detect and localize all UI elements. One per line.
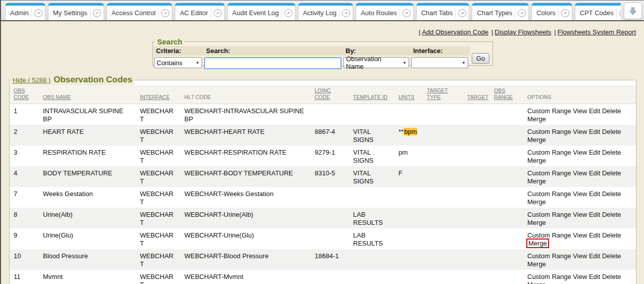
column-header-target-type[interactable]: TARGET TYPE bbox=[423, 85, 463, 104]
option-link-merge[interactable]: Merge bbox=[527, 260, 546, 268]
option-link-delete[interactable]: Delete bbox=[602, 190, 621, 198]
link-add-observation-code[interactable]: Add Observation Code bbox=[422, 28, 488, 36]
link-display-flowsheets[interactable]: Display Flowsheets bbox=[494, 28, 551, 36]
tab-access-control[interactable]: Access Control↗ bbox=[107, 3, 172, 20]
option-link-view[interactable]: View bbox=[573, 107, 587, 115]
option-link-merge[interactable]: Merge bbox=[528, 240, 547, 247]
tab-audit-event-log[interactable]: Audit Event Log↗ bbox=[227, 3, 295, 20]
tab-admin[interactable]: Admin↗ bbox=[5, 3, 45, 20]
tab-my-settings[interactable]: My Settings↗ bbox=[48, 3, 104, 20]
target-cell bbox=[463, 228, 490, 249]
open-in-new-window-icon[interactable]: ↗ bbox=[403, 9, 411, 17]
tab-cpt-codes[interactable]: CPT Codes↗ bbox=[575, 3, 621, 20]
option-link-view[interactable]: View bbox=[573, 211, 587, 218]
criteria-select[interactable]: Contains ▼ bbox=[154, 57, 202, 68]
option-link-custom-range[interactable]: Custom Range bbox=[527, 252, 571, 260]
units-cell: F bbox=[394, 166, 423, 187]
open-in-new-window-icon[interactable]: ↗ bbox=[34, 9, 42, 17]
column-header-target[interactable]: TARGET bbox=[463, 85, 490, 104]
option-link-view[interactable]: View bbox=[573, 190, 587, 198]
option-link-edit[interactable]: Edit bbox=[589, 273, 600, 280]
open-in-new-window-icon[interactable]: ↗ bbox=[214, 9, 222, 17]
option-link-delete[interactable]: Delete bbox=[602, 149, 621, 156]
link-flowsheets-system-report[interactable]: Flowsheets System Report bbox=[558, 28, 636, 36]
option-link-delete[interactable]: Delete bbox=[602, 231, 621, 239]
tab-ac-editor[interactable]: AC Editor↗ bbox=[175, 3, 225, 20]
option-link-merge[interactable]: Merge bbox=[527, 157, 546, 164]
target-type-cell bbox=[423, 146, 463, 166]
option-link-delete[interactable]: Delete bbox=[602, 107, 621, 115]
column-header-obs-range[interactable]: OBS RANGE bbox=[490, 85, 523, 104]
option-link-view[interactable]: View bbox=[573, 231, 587, 239]
table-row: 8Urine(Alb)WEBCHARTWEBCHART-Urine(Alb)LA… bbox=[10, 208, 636, 228]
option-link-custom-range[interactable]: Custom Range bbox=[527, 107, 571, 115]
tab-auto-routes[interactable]: Auto Routes↗ bbox=[356, 3, 414, 20]
column-header-interface[interactable]: INTERFACE bbox=[136, 85, 180, 104]
option-link-merge[interactable]: Merge bbox=[527, 136, 546, 144]
loinc-code-cell: 8867-4 bbox=[311, 125, 349, 146]
option-link-view[interactable]: View bbox=[573, 252, 587, 260]
tab-chart-tabs[interactable]: Chart Tabs↗ bbox=[416, 3, 470, 20]
obs-range-cell bbox=[490, 187, 523, 208]
option-link-delete[interactable]: Delete bbox=[602, 128, 621, 135]
search-input[interactable] bbox=[204, 57, 341, 69]
option-link-edit[interactable]: Edit bbox=[589, 169, 600, 177]
option-link-custom-range[interactable]: Custom Range bbox=[527, 149, 571, 156]
option-link-custom-range[interactable]: Custom Range bbox=[527, 211, 571, 218]
hl7-code-cell: WEBCHART-HEART RATE bbox=[180, 125, 311, 146]
open-in-new-window-icon[interactable]: ↗ bbox=[161, 9, 169, 17]
option-link-view[interactable]: View bbox=[573, 273, 587, 280]
option-link-custom-range[interactable]: Custom Range bbox=[527, 128, 571, 135]
option-link-merge[interactable]: Merge bbox=[527, 115, 546, 123]
option-link-edit[interactable]: Edit bbox=[589, 128, 600, 135]
open-in-new-window-icon[interactable]: ↗ bbox=[93, 9, 101, 17]
go-button[interactable]: Go bbox=[472, 53, 489, 64]
option-link-delete[interactable]: Delete bbox=[602, 211, 621, 218]
option-link-merge[interactable]: Merge bbox=[527, 219, 546, 226]
column-header-obs-code[interactable]: OBS CODE bbox=[10, 85, 39, 104]
open-in-new-window-icon[interactable]: ↗ bbox=[619, 9, 621, 17]
interface-select[interactable]: ▼ bbox=[411, 57, 468, 68]
option-link-custom-range[interactable]: Custom Range bbox=[527, 190, 571, 198]
option-link-edit[interactable]: Edit bbox=[589, 252, 600, 260]
tab-chart-types[interactable]: Chart Types↗ bbox=[472, 3, 529, 20]
option-link-edit[interactable]: Edit bbox=[589, 231, 600, 239]
template-id-cell bbox=[349, 187, 394, 208]
option-link-merge[interactable]: Merge bbox=[527, 177, 546, 185]
tab-colors[interactable]: Colors↗ bbox=[531, 3, 572, 20]
option-link-delete[interactable]: Delete bbox=[602, 273, 621, 280]
column-header-template-id[interactable]: TEMPLATE ID bbox=[349, 85, 394, 104]
option-link-edit[interactable]: Edit bbox=[589, 190, 600, 198]
option-link-view[interactable]: View bbox=[573, 128, 587, 135]
option-link-view[interactable]: View bbox=[573, 169, 587, 177]
option-link-custom-range[interactable]: Custom Range bbox=[527, 231, 571, 239]
search-legend: Search bbox=[155, 37, 184, 46]
open-in-new-window-icon[interactable]: ↗ bbox=[284, 9, 292, 17]
open-in-new-window-icon[interactable]: ↗ bbox=[458, 9, 466, 17]
option-link-edit[interactable]: Edit bbox=[589, 107, 600, 115]
open-in-new-window-icon[interactable]: ↗ bbox=[561, 9, 569, 17]
by-select[interactable]: Observation Name ▼ bbox=[343, 57, 409, 68]
column-header-loinc-code[interactable]: LOINC CODE bbox=[311, 85, 349, 104]
column-header-obs-name[interactable]: OBS NAME bbox=[39, 85, 136, 104]
hide-count-link[interactable]: Hide ( 5288 ) bbox=[13, 76, 51, 84]
option-link-delete[interactable]: Delete bbox=[602, 169, 621, 177]
option-link-custom-range[interactable]: Custom Range bbox=[527, 273, 571, 280]
open-in-new-window-icon[interactable]: ↗ bbox=[342, 9, 350, 17]
option-link-merge[interactable]: Merge bbox=[527, 281, 546, 284]
tab-scroll-down-button[interactable] bbox=[624, 3, 642, 19]
dropdown-caret-icon: ▼ bbox=[462, 61, 466, 65]
option-link-custom-range[interactable]: Custom Range bbox=[527, 169, 571, 177]
column-header-units[interactable]: UNITS bbox=[394, 85, 423, 104]
obs-code-cell: 7 bbox=[10, 187, 39, 208]
option-link-delete[interactable]: Delete bbox=[602, 252, 621, 260]
open-in-new-window-icon[interactable]: ↗ bbox=[518, 9, 526, 17]
option-link-view[interactable]: View bbox=[573, 149, 587, 156]
option-link-merge[interactable]: Merge bbox=[527, 198, 546, 206]
tab-activity-log[interactable]: Activity Log↗ bbox=[298, 3, 353, 20]
units-cell bbox=[394, 104, 423, 125]
option-link-edit[interactable]: Edit bbox=[589, 149, 600, 156]
tab-label: AC Editor bbox=[180, 9, 208, 17]
option-link-edit[interactable]: Edit bbox=[589, 211, 600, 218]
target-cell bbox=[463, 166, 490, 187]
